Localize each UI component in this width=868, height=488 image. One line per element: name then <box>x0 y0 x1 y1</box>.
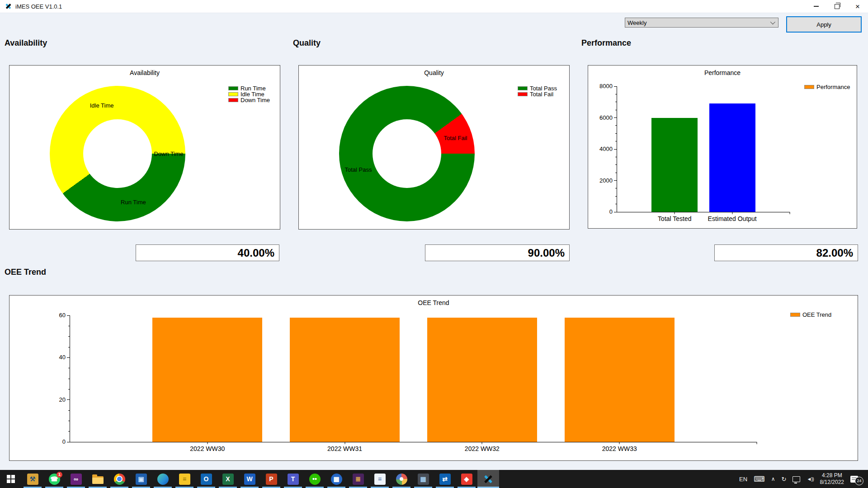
x-axis-tick <box>619 442 620 444</box>
edge-taskbar-button[interactable] <box>152 470 174 488</box>
sticky-notes-taskbar-button[interactable]: ≡ <box>174 470 195 488</box>
sync-status-icon[interactable]: ↻ <box>778 470 789 488</box>
mes-tool-icon: ◈ <box>461 474 472 485</box>
legend-swatch <box>228 92 238 96</box>
y-axis-minor-tick <box>68 368 70 368</box>
x-axis-end-tick <box>757 442 757 444</box>
legend-swatch <box>790 313 800 317</box>
imes-x-logo-icon <box>483 474 494 484</box>
minimize-button[interactable] <box>806 0 826 13</box>
imes-oee-app-taskbar-button[interactable] <box>477 470 499 488</box>
x-axis-category-label: 2022 WW30 <box>190 445 225 452</box>
legend-item: Down Time <box>228 97 270 103</box>
legend-swatch <box>228 86 238 90</box>
period-select[interactable]: Weekly <box>625 18 778 28</box>
teams-icon: T <box>288 474 299 485</box>
visual-studio-taskbar-button[interactable]: ∞ <box>65 470 87 488</box>
quality-donut-chart: Total PassTotal Fail <box>339 86 475 221</box>
apply-button[interactable]: Apply <box>786 16 862 33</box>
performance-kpi-value: 82.00% <box>714 244 858 261</box>
y-axis-tick <box>67 315 70 316</box>
whatsapp-taskbar-button[interactable]: ☎1 <box>43 470 65 488</box>
start-button[interactable] <box>0 470 22 488</box>
close-button[interactable]: × <box>847 0 868 13</box>
snipping-tool-icon: ⚒ <box>27 474 38 485</box>
keyboard-icon[interactable]: ⌨ <box>750 470 768 488</box>
remote-desktop-taskbar-button[interactable]: ▣ <box>130 470 152 488</box>
period-select-value: Weekly <box>625 19 646 26</box>
clock[interactable]: 4:28 PM 8/12/2022 <box>817 470 847 488</box>
legend-label: OEE Trend <box>802 311 831 318</box>
donut-hole <box>373 119 441 188</box>
outlook-taskbar-button[interactable]: O <box>195 470 217 488</box>
teamviewer-icon: ⇄ <box>439 474 451 485</box>
y-axis-minor-tick <box>615 102 617 102</box>
legend-item: Performance <box>804 84 850 90</box>
legend-swatch <box>804 85 814 89</box>
oee-trend-bar-chart: 02040602022 WW302022 WW312022 WW322022 W… <box>70 315 757 442</box>
wechat-taskbar-button[interactable]: •• <box>304 470 326 488</box>
visual-studio-icon: ∞ <box>71 474 82 485</box>
y-axis-minor-tick <box>68 431 70 432</box>
donut-slice-label: Idle Time <box>90 102 114 108</box>
y-axis-minor-tick <box>615 141 617 141</box>
x-axis-category-label: 2022 WW33 <box>602 445 637 452</box>
action-center-button[interactable]: 24 <box>847 470 865 488</box>
excel-taskbar-button[interactable]: X <box>217 470 239 488</box>
y-axis-tick <box>614 149 617 150</box>
security-shield-taskbar-button[interactable]: ▦ <box>326 470 347 488</box>
file-explorer-taskbar-button[interactable] <box>87 470 108 488</box>
tray-time: 4:28 PM <box>820 472 844 479</box>
y-axis-minor-tick <box>68 389 70 389</box>
x-axis-end-tick <box>790 212 790 214</box>
winrar-taskbar-button[interactable]: ≣ <box>347 470 369 488</box>
oee-trend-chart-title: OEE Trend <box>9 299 858 306</box>
system-tray: EN ⌨ ∧ ↻ ◄)) 4:28 PM 8/12/2022 24 <box>736 470 868 488</box>
app-logo-icon <box>5 3 12 10</box>
paint-taskbar-button[interactable] <box>391 470 412 488</box>
x-axis-category-label: Total Tested <box>658 215 691 222</box>
y-axis-tick-label: 40 <box>42 354 66 361</box>
x-axis-tick <box>675 212 675 214</box>
restore-icon <box>835 4 840 9</box>
performance-chart-title: Performance <box>588 69 857 76</box>
x-axis-tick <box>207 442 208 444</box>
y-axis-tick <box>67 442 70 442</box>
calculator-taskbar-button[interactable]: ▦ <box>412 470 434 488</box>
legend-label: Down Time <box>241 97 270 103</box>
oee-trend-chart-panel: OEE Trend 02040602022 WW302022 WW312022 … <box>9 295 858 461</box>
y-axis-minor-tick <box>615 157 617 157</box>
security-shield-icon: ▦ <box>331 474 342 485</box>
y-axis-tick <box>614 212 617 212</box>
word-taskbar-button[interactable]: W <box>239 470 260 488</box>
tray-chevron-up-icon[interactable]: ∧ <box>768 470 778 488</box>
mes-tool-taskbar-button[interactable]: ◈ <box>456 470 477 488</box>
snipping-tool-taskbar-button[interactable]: ⚒ <box>22 470 43 488</box>
network-icon[interactable] <box>789 470 803 488</box>
performance-heading: Performance <box>581 38 631 48</box>
teams-taskbar-button[interactable]: T <box>282 470 304 488</box>
y-axis-minor-tick <box>615 133 617 134</box>
desktop: iMES OEE V1.0.1 × Weekly Apply Availabil… <box>0 0 868 488</box>
y-axis-tick <box>614 180 617 181</box>
language-indicator[interactable]: EN <box>736 470 750 488</box>
donut-slice-label: Total Fail <box>443 135 467 141</box>
donut-slice-label: Down Time <box>154 150 183 157</box>
restore-button[interactable] <box>826 0 847 13</box>
remote-desktop-icon: ▣ <box>136 474 147 485</box>
x-axis-tick <box>732 212 732 214</box>
window-title: iMES OEE V1.0.1 <box>15 3 62 10</box>
volume-icon[interactable]: ◄)) <box>803 470 816 488</box>
y-axis-tick <box>67 399 70 400</box>
notepad-taskbar-button[interactable]: ≡ <box>369 470 391 488</box>
powerpoint-taskbar-button[interactable]: P <box>260 470 282 488</box>
teamviewer-taskbar-button[interactable]: ⇄ <box>434 470 456 488</box>
chrome-taskbar-button[interactable] <box>108 470 130 488</box>
network-glyph <box>793 476 800 482</box>
minimize-icon <box>814 6 819 7</box>
performance-legend: Performance <box>804 84 850 90</box>
legend-label: Total Fail <box>530 91 553 98</box>
y-axis-tick-label: 2000 <box>589 177 613 184</box>
word-icon: W <box>244 474 255 485</box>
quality-legend: Total PassTotal Fail <box>518 85 557 97</box>
